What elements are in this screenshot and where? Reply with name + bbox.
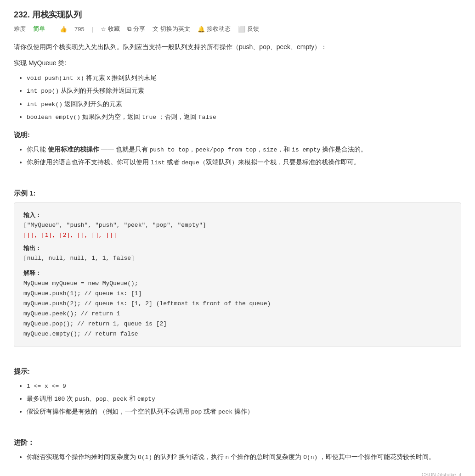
notes-list: 你只能 使用标准的栈操作 —— 也就是只有 push to top，peek/p… [14, 144, 461, 168]
star-icon: ☆ [101, 26, 106, 33]
hint-item-1: 最多调用 100 次 push、pop、peek 和 empty [27, 393, 461, 404]
note-item-1: 你所使用的语言也许不支持栈。你可以使用 list 或者 deque（双端队列）来… [27, 157, 461, 168]
method-item-2: int peek() 返回队列开头的元素 [27, 99, 461, 110]
methods-list: void push(int x) 将元素 x 推到队列的末尾 int pop()… [14, 73, 461, 122]
hints-section: 提示: 1 <= x <= 9 最多调用 100 次 push、pop、peek… [14, 367, 461, 417]
explain-line-2: myQueue.push(2); // queue is: [1, 2] (le… [23, 299, 452, 309]
share-button[interactable]: ⧉ 分享 [127, 25, 145, 33]
input-line2: [[], [1], [2], [], [], []] [23, 230, 452, 241]
example-title: 示例 1: [14, 189, 461, 198]
difficulty-label: 难度 [14, 25, 26, 33]
switch-lang-button[interactable]: 文 切换为英文 [153, 25, 190, 33]
difficulty-easy[interactable]: 简单 [33, 25, 45, 33]
notes-section: 说明: 你只能 使用标准的栈操作 —— 也就是只有 push to top，pe… [14, 131, 461, 168]
translate-icon: 文 [153, 25, 158, 33]
collect-button[interactable]: ☆ 收藏 [101, 25, 120, 33]
bell-button[interactable]: 🔔 接收动态 [198, 25, 231, 33]
advanced-item-0: 你能否实现每个操作均摊时间复杂度为 O(1) 的队列? 换句话说，执行 n 个操… [27, 452, 461, 463]
output-label: 输出： [23, 243, 452, 253]
advanced-section: 进阶： 你能否实现每个操作均摊时间复杂度为 O(1) 的队列? 换句话说，执行 … [14, 438, 461, 463]
like-count: 795 [74, 26, 85, 33]
hint-item-0: 1 <= x <= 9 [27, 381, 461, 392]
feedback-icon: ⬜ [238, 26, 245, 33]
feedback-button[interactable]: ⬜ 反馈 [238, 25, 259, 33]
switch-label: 切换为英文 [160, 25, 190, 33]
note-item-0: 你只能 使用标准的栈操作 —— 也就是只有 push to top，peek/p… [27, 144, 461, 155]
example-section: 示例 1: 输入： ["MyQueue", "push", "push", "p… [14, 189, 461, 347]
input-line1: ["MyQueue", "push", "push", "peek", "pop… [23, 220, 452, 230]
like-icon: 👍 [60, 26, 67, 33]
toolbar-separator-2: | [92, 26, 93, 33]
collect-label: 收藏 [108, 25, 120, 33]
share-label: 分享 [133, 25, 145, 33]
feedback-label: 反馈 [247, 25, 259, 33]
explain-line-5: myQueue.empty(); // return false [23, 329, 452, 339]
page-title: 232. 用栈实现队列 [14, 9, 461, 20]
toolbar: 难度 简单 👍 795 | ☆ 收藏 ⧉ 分享 文 切换为英文 🔔 接收动态 ⬜… [14, 25, 461, 33]
method-item-1: int pop() 从队列的开头移除并返回元素 [27, 85, 461, 96]
implement-label: 实现 MyQueue 类: [14, 57, 461, 69]
bell-label: 接收动态 [207, 25, 231, 33]
share-icon: ⧉ [127, 25, 131, 33]
explain-line-3: myQueue.peek(); // return 1 [23, 309, 452, 319]
notes-title: 说明: [14, 131, 461, 140]
advanced-title: 进阶： [14, 438, 461, 447]
explain-line-4: myQueue.pop(); // return 1, queue is [2] [23, 319, 452, 329]
explain-line-0: MyQueue myQueue = new MyQueue(); [23, 279, 452, 289]
output-line1: [null, null, null, 1, 1, false] [23, 253, 452, 263]
hint-item-2: 假设所有操作都是有效的 （例如，一个空的队列不会调用 pop 或者 peek 操… [27, 406, 461, 417]
intro-text: 请你仅使用两个栈实现先入先出队列。队列应当支持一般队列支持的所有操作（push、… [14, 41, 461, 53]
explain-label: 解释： [23, 268, 452, 278]
hints-title: 提示: [14, 367, 461, 376]
bell-icon: 🔔 [198, 26, 205, 33]
method-item-3: boolean empty() 如果队列为空，返回 true ；否则，返回 fa… [27, 112, 461, 123]
input-label: 输入： [23, 210, 452, 220]
example-code-block: 输入： ["MyQueue", "push", "push", "peek", … [14, 202, 461, 347]
explain-line-1: myQueue.push(1); // queue is: [1] [23, 289, 452, 299]
method-item-0: void push(int x) 将元素 x 推到队列的末尾 [27, 73, 461, 84]
footer-note: CSDN @shake_it [14, 472, 461, 476]
hints-list: 1 <= x <= 9 最多调用 100 次 push、pop、peek 和 e… [14, 381, 461, 417]
advanced-list: 你能否实现每个操作均摊时间复杂度为 O(1) 的队列? 换句话说，执行 n 个操… [14, 452, 461, 463]
